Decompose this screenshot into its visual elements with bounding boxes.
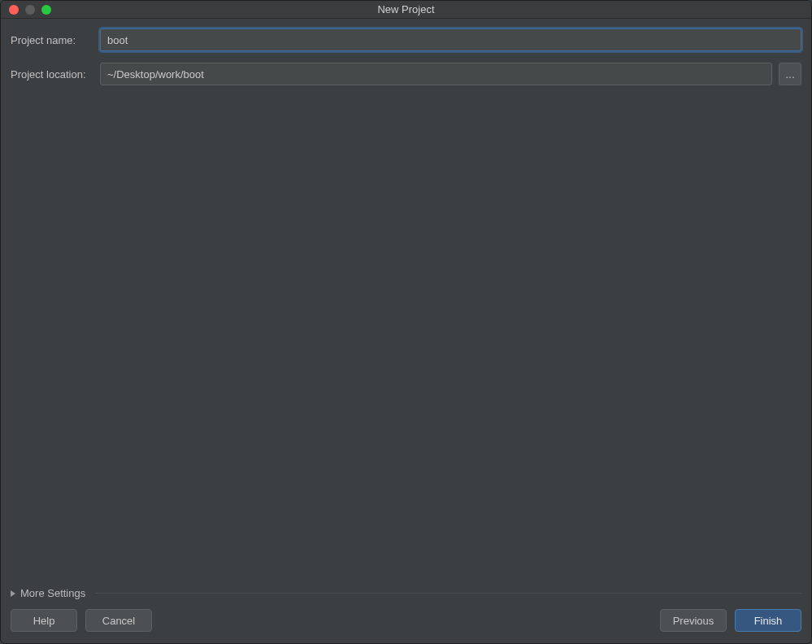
- project-location-label: Project location:: [11, 68, 100, 80]
- window-title: New Project: [1, 3, 811, 15]
- new-project-dialog: New Project Project name: Project locati…: [0, 0, 812, 644]
- window-close-icon[interactable]: [9, 5, 19, 15]
- more-settings-label: More Settings: [20, 587, 85, 599]
- finish-button[interactable]: Finish: [735, 609, 801, 632]
- window-maximize-icon[interactable]: [41, 5, 51, 15]
- dialog-body: Project name: Project location: ... More…: [1, 19, 811, 609]
- traffic-lights: [1, 5, 51, 15]
- browse-location-button[interactable]: ...: [779, 63, 801, 85]
- titlebar: New Project: [1, 1, 811, 19]
- previous-button[interactable]: Previous: [660, 609, 727, 632]
- window-minimize-icon: [25, 5, 35, 15]
- more-settings-toggle[interactable]: More Settings: [11, 582, 801, 609]
- cancel-button[interactable]: Cancel: [85, 609, 152, 632]
- project-name-row: Project name:: [11, 28, 801, 51]
- disclosure-triangle-icon: [11, 590, 15, 597]
- ellipsis-icon: ...: [785, 67, 795, 80]
- button-bar: Help Cancel Previous Finish: [1, 609, 811, 643]
- project-name-input[interactable]: [100, 28, 801, 51]
- content-spacer: [11, 97, 801, 582]
- project-location-input[interactable]: [100, 63, 772, 85]
- help-button[interactable]: Help: [11, 609, 77, 632]
- project-location-row: Project location: ...: [11, 63, 801, 85]
- divider: [95, 593, 801, 594]
- project-name-label: Project name:: [11, 34, 100, 46]
